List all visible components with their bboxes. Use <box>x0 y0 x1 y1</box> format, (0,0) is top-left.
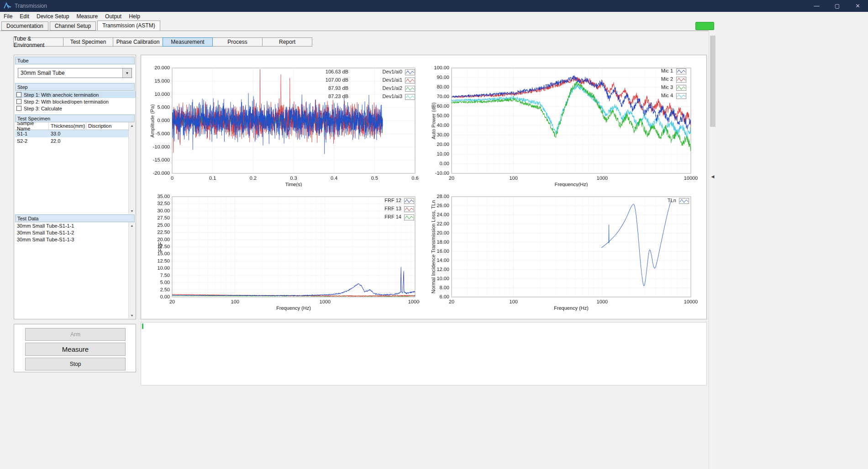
list-scrollbar[interactable]: ▲▼ <box>128 222 136 318</box>
list-item[interactable]: 30mm Small Tube-S1-1-2 <box>15 229 136 236</box>
scroll-up-icon[interactable]: ▲ <box>129 222 135 229</box>
menu-file[interactable]: File <box>0 13 16 20</box>
charts-panel: Amplitude (Pa)Dev1/ai0106.63 dBDev1/ai11… <box>141 55 707 319</box>
dropdown-arrow-icon[interactable]: ▼ <box>122 68 132 78</box>
log-panel <box>141 322 707 386</box>
collapse-panel-icon[interactable]: ◀ <box>710 172 716 181</box>
checkbox-icon[interactable] <box>16 92 21 97</box>
tube-select[interactable]: 30mm Small Tube ▼ <box>18 68 132 78</box>
subtab-test-specimen[interactable]: Test Specimen <box>63 37 113 47</box>
log-indicator <box>142 323 143 329</box>
menu-output[interactable]: Output <box>101 13 125 20</box>
tab-channel-setup[interactable]: Channel Setup <box>50 21 96 31</box>
step-section-header: Step <box>15 83 135 91</box>
checkbox-icon[interactable] <box>16 106 21 111</box>
legend-label: Dev1/ai2 <box>347 85 402 91</box>
menu-edit[interactable]: Edit <box>16 13 33 20</box>
specimen-section-header: Test Specimen <box>15 115 135 122</box>
menu-help[interactable]: Help <box>125 13 144 20</box>
legend-swatch-icon <box>679 198 689 203</box>
step-label: Step 2: With blocked/open termination <box>24 99 109 104</box>
frf-chart: FRFFRF 12FRF 13FRF 14 <box>146 188 420 315</box>
legend-value: 87.23 dB <box>294 94 348 99</box>
list-scrollbar[interactable]: ▲▼ <box>128 122 136 214</box>
table-cell: S1-1 <box>15 130 49 137</box>
legend-label: Dev1/ai3 <box>347 94 402 99</box>
legend-label: TLn <box>621 198 676 203</box>
main-tab-bar: DocumentationChannel SetupTransmission (… <box>0 21 709 31</box>
subtab-tube-environment[interactable]: Tube & Environment <box>13 37 63 47</box>
step-item[interactable]: Step 1: With anechoic termination <box>15 91 136 98</box>
subtab-measurement[interactable]: Measurement <box>163 37 213 47</box>
legend-label: FRF 13 <box>347 206 401 212</box>
subtab-process[interactable]: Process <box>212 37 263 47</box>
maximize-button[interactable]: ▢ <box>827 0 847 12</box>
arm-button: Arm <box>25 328 126 341</box>
measure-button[interactable]: Measure <box>25 343 126 356</box>
scroll-up-icon[interactable]: ▲ <box>129 122 135 129</box>
legend-label: Mic 4 <box>618 93 673 99</box>
step-list: Step 1: With anechoic terminationStep 2:… <box>15 91 136 112</box>
window-controls: — ▢ ✕ <box>806 0 868 12</box>
checkbox-icon[interactable] <box>16 99 21 104</box>
table-row[interactable]: S1-133.0 <box>15 130 136 137</box>
legend-value: 87.93 dB <box>294 85 348 91</box>
menu-measure[interactable]: Measure <box>73 13 101 20</box>
table-cell: 33.0 <box>49 130 86 137</box>
scrollbar-thumb[interactable] <box>710 36 715 127</box>
legend-swatch-icon <box>405 69 415 75</box>
legend-label: Dev1/ai0 <box>347 69 402 75</box>
stop-button[interactable]: Stop <box>25 358 126 370</box>
legend-swatch-icon <box>404 214 414 220</box>
legend-value: 107.00 dB <box>294 77 348 83</box>
list-item[interactable]: 30mm Small Tube-S1-1-3 <box>15 236 136 243</box>
legend-swatch-icon <box>676 93 686 99</box>
legend-swatch-icon <box>405 85 415 91</box>
tube-section-header: Tube <box>15 57 135 64</box>
menu-device-setup[interactable]: Device Setup <box>33 13 73 20</box>
legend-swatch-icon <box>405 77 415 83</box>
legend-swatch-icon <box>405 94 415 99</box>
legend-swatch-icon <box>676 68 686 74</box>
legend-swatch-icon <box>676 76 686 82</box>
menu-bar: FileEditDevice SetupMeasureOutputHelp <box>0 12 868 21</box>
module-tab-bar: Tube & EnvironmentTest SpecimenPhase Cal… <box>14 37 312 47</box>
step-item[interactable]: Step 2: With blocked/open termination <box>15 98 136 105</box>
title-bar: Transmission — ▢ ✕ <box>0 0 868 12</box>
legend-value: 106.63 dB <box>294 69 348 75</box>
vertical-scrollbar[interactable]: ◀ <box>709 31 716 469</box>
table-cell: 22.0 <box>49 137 86 145</box>
specimen-table-header: Sample NameThickness(mm)Discription <box>15 122 136 130</box>
scroll-down-icon[interactable]: ▼ <box>129 208 135 214</box>
tab-transmission-astm[interactable]: Transmission (ASTM) <box>97 21 160 31</box>
legend-swatch-icon <box>404 206 414 212</box>
column-header: Sample Name <box>15 122 49 130</box>
column-header: Discription <box>86 122 129 130</box>
table-cell <box>86 130 129 137</box>
status-indicator-button[interactable] <box>695 22 714 30</box>
step-item[interactable]: Step 3: Calculate <box>15 105 136 112</box>
action-panel: Arm Measure Stop <box>14 324 136 372</box>
subtab-report[interactable]: Report <box>262 37 312 47</box>
auto-power-chart: Auto Power (dB)Mic 1Mic 2Mic 3Mic 4 <box>424 60 707 187</box>
legend-label: FRF 14 <box>347 214 401 220</box>
list-item[interactable]: 30mm Small Tube-S1-1-1 <box>15 222 136 229</box>
close-button[interactable]: ✕ <box>847 0 868 12</box>
specimen-table: Sample NameThickness(mm)DiscriptionS1-13… <box>15 122 136 214</box>
table-cell: S2-2 <box>15 137 49 145</box>
table-cell <box>86 137 129 145</box>
step-label: Step 1: With anechoic termination <box>24 92 99 98</box>
legend-label: Mic 3 <box>618 84 673 90</box>
scroll-down-icon[interactable]: ▼ <box>129 312 135 318</box>
time-waveform-chart: Amplitude (Pa)Dev1/ai0106.63 dBDev1/ai11… <box>146 60 420 187</box>
legend-label: Mic 1 <box>618 68 673 74</box>
sidebar-panel: Tube 30mm Small Tube ▼ Step Step 1: With… <box>14 55 136 319</box>
subtab-phase-calibration[interactable]: Phase Calibration <box>113 37 163 47</box>
table-row[interactable]: S2-222.0 <box>15 137 136 145</box>
testdata-list: 30mm Small Tube-S1-1-130mm Small Tube-S1… <box>15 222 136 318</box>
legend-label: FRF 12 <box>347 198 401 203</box>
transmission-loss-chart-canvas <box>424 188 707 315</box>
minimize-button[interactable]: — <box>806 0 827 12</box>
tab-documentation[interactable]: Documentation <box>1 21 48 31</box>
legend-swatch-icon <box>404 198 414 203</box>
